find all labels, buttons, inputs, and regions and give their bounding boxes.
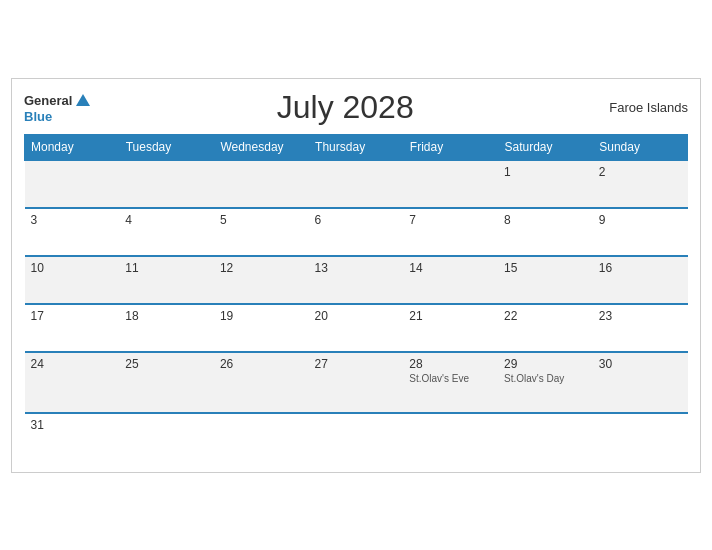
day-number: 31	[31, 418, 44, 432]
weekday-header-saturday: Saturday	[498, 134, 593, 160]
calendar-day-cell: 17	[25, 304, 120, 352]
day-number: 4	[125, 213, 132, 227]
calendar-header: General Blue July 2028 Faroe Islands	[24, 89, 688, 126]
svg-marker-0	[76, 94, 90, 106]
calendar-week-row: 17181920212223	[25, 304, 688, 352]
day-number: 1	[504, 165, 511, 179]
month-title: July 2028	[92, 89, 598, 126]
logo-icon	[74, 92, 92, 110]
calendar-day-cell	[403, 160, 498, 208]
day-number: 30	[599, 357, 612, 371]
weekday-header-row: MondayTuesdayWednesdayThursdayFridaySatu…	[25, 134, 688, 160]
day-number: 17	[31, 309, 44, 323]
calendar-day-cell: 28St.Olav's Eve	[403, 352, 498, 413]
day-number: 8	[504, 213, 511, 227]
day-number: 29	[504, 357, 517, 371]
day-number: 16	[599, 261, 612, 275]
calendar-day-cell: 8	[498, 208, 593, 256]
weekday-header-sunday: Sunday	[593, 134, 688, 160]
calendar-day-cell: 3	[25, 208, 120, 256]
day-number: 19	[220, 309, 233, 323]
logo: General Blue	[24, 92, 92, 123]
calendar-week-row: 31	[25, 413, 688, 460]
weekday-header-tuesday: Tuesday	[119, 134, 214, 160]
day-number: 25	[125, 357, 138, 371]
day-number: 22	[504, 309, 517, 323]
calendar-day-cell: 6	[309, 208, 404, 256]
calendar-day-cell: 31	[25, 413, 120, 460]
calendar-day-cell: 5	[214, 208, 309, 256]
weekday-header-wednesday: Wednesday	[214, 134, 309, 160]
day-number: 18	[125, 309, 138, 323]
weekday-header-friday: Friday	[403, 134, 498, 160]
weekday-header-thursday: Thursday	[309, 134, 404, 160]
day-number: 20	[315, 309, 328, 323]
day-number: 21	[409, 309, 422, 323]
calendar-day-cell: 24	[25, 352, 120, 413]
calendar-day-cell	[593, 413, 688, 460]
calendar-day-cell	[309, 413, 404, 460]
day-number: 28	[409, 357, 422, 371]
day-number: 14	[409, 261, 422, 275]
day-number: 9	[599, 213, 606, 227]
day-number: 3	[31, 213, 38, 227]
calendar-day-cell: 25	[119, 352, 214, 413]
calendar-day-cell: 2	[593, 160, 688, 208]
logo-general-text: General	[24, 94, 72, 107]
calendar-day-cell	[309, 160, 404, 208]
day-number: 5	[220, 213, 227, 227]
calendar-day-cell: 18	[119, 304, 214, 352]
day-number: 26	[220, 357, 233, 371]
calendar-week-row: 3456789	[25, 208, 688, 256]
day-number: 15	[504, 261, 517, 275]
day-number: 11	[125, 261, 138, 275]
calendar-day-cell: 14	[403, 256, 498, 304]
calendar-day-cell	[498, 413, 593, 460]
day-number: 24	[31, 357, 44, 371]
calendar-day-cell: 29St.Olav's Day	[498, 352, 593, 413]
calendar-day-cell: 16	[593, 256, 688, 304]
day-number: 12	[220, 261, 233, 275]
day-number: 2	[599, 165, 606, 179]
event-text: St.Olav's Day	[504, 373, 587, 384]
day-number: 7	[409, 213, 416, 227]
calendar-day-cell	[119, 160, 214, 208]
region-label: Faroe Islands	[598, 100, 688, 115]
calendar-day-cell: 11	[119, 256, 214, 304]
calendar-day-cell: 7	[403, 208, 498, 256]
calendar-day-cell: 27	[309, 352, 404, 413]
calendar-day-cell	[214, 413, 309, 460]
calendar-day-cell: 1	[498, 160, 593, 208]
calendar-day-cell	[119, 413, 214, 460]
calendar-wrapper: General Blue July 2028 Faroe Islands Mon…	[11, 78, 701, 473]
calendar-table: MondayTuesdayWednesdayThursdayFridaySatu…	[24, 134, 688, 460]
calendar-day-cell: 15	[498, 256, 593, 304]
calendar-day-cell: 30	[593, 352, 688, 413]
calendar-day-cell: 21	[403, 304, 498, 352]
calendar-day-cell	[214, 160, 309, 208]
day-number: 10	[31, 261, 44, 275]
calendar-day-cell: 4	[119, 208, 214, 256]
calendar-day-cell: 19	[214, 304, 309, 352]
day-number: 13	[315, 261, 328, 275]
calendar-day-cell: 13	[309, 256, 404, 304]
calendar-day-cell: 10	[25, 256, 120, 304]
calendar-day-cell: 26	[214, 352, 309, 413]
calendar-day-cell: 23	[593, 304, 688, 352]
calendar-week-row: 10111213141516	[25, 256, 688, 304]
day-number: 27	[315, 357, 328, 371]
calendar-week-row: 2425262728St.Olav's Eve29St.Olav's Day30	[25, 352, 688, 413]
calendar-day-cell	[403, 413, 498, 460]
weekday-header-monday: Monday	[25, 134, 120, 160]
calendar-day-cell: 12	[214, 256, 309, 304]
day-number: 6	[315, 213, 322, 227]
calendar-week-row: 12	[25, 160, 688, 208]
calendar-day-cell: 22	[498, 304, 593, 352]
calendar-day-cell: 9	[593, 208, 688, 256]
event-text: St.Olav's Eve	[409, 373, 492, 384]
day-number: 23	[599, 309, 612, 323]
logo-blue-text: Blue	[24, 110, 52, 123]
calendar-day-cell: 20	[309, 304, 404, 352]
calendar-day-cell	[25, 160, 120, 208]
